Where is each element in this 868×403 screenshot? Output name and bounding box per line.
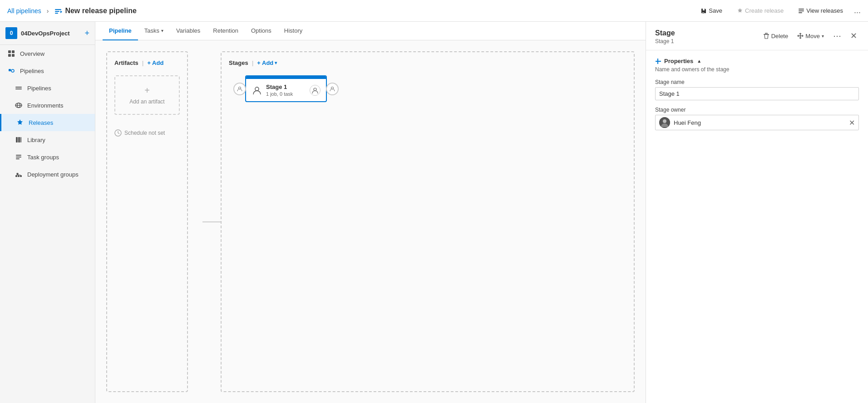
project-header: 0 04DevOpsProject + [0, 22, 95, 45]
stage-card-body: Stage 1 1 job, 0 task [246, 79, 326, 101]
right-panel-more-button[interactable]: ⋯ [831, 29, 843, 43]
svg-rect-28 [20, 175, 22, 177]
add-stage-label: + Add [257, 59, 273, 66]
stage-name-field-group: Stage name [655, 79, 859, 100]
move-label: Move [805, 33, 820, 39]
move-button[interactable]: Move ▾ [795, 31, 826, 41]
view-releases-label: View releases [806, 7, 843, 14]
svg-rect-0 [55, 9, 61, 10]
post-deployment-trigger[interactable] [326, 83, 339, 95]
properties-collapse-icon: ▲ [697, 59, 701, 64]
sidebar-item-task-groups[interactable]: Task groups [0, 148, 95, 166]
svg-rect-7 [799, 10, 804, 11]
svg-rect-13 [9, 69, 11, 71]
more-options-button[interactable]: ... [854, 6, 861, 15]
release-pipeline-icon [54, 7, 62, 15]
svg-rect-27 [18, 175, 20, 177]
environments-icon [15, 101, 23, 109]
sidebar-item-overview[interactable]: Overview [0, 45, 95, 62]
schedule-icon [114, 129, 122, 137]
tab-history-label: History [284, 27, 302, 34]
sidebar-item-pipelines-header[interactable]: Pipelines [0, 62, 95, 79]
library-icon [15, 136, 23, 144]
add-project-icon[interactable]: + [84, 29, 89, 38]
svg-rect-1 [55, 11, 59, 12]
tab-retention[interactable]: Retention [207, 22, 245, 40]
svg-rect-25 [16, 158, 20, 159]
tab-options[interactable]: Options [245, 22, 278, 40]
owner-clear-button[interactable]: ✕ [849, 118, 855, 127]
stage-user-icon[interactable] [310, 85, 321, 96]
breadcrumb-separator: › [47, 7, 49, 15]
right-panel-title: Stage [655, 29, 675, 37]
tab-pipeline[interactable]: Pipeline [103, 22, 138, 40]
add-artifact-button[interactable]: + Add [147, 59, 163, 66]
stage-name-input[interactable] [655, 87, 859, 100]
sidebar-pipelines-label: Pipelines [27, 85, 51, 92]
save-icon [700, 8, 707, 14]
svg-rect-21 [18, 137, 20, 143]
add-artifact-placeholder[interactable]: + Add an artifact [114, 75, 180, 115]
svg-rect-22 [20, 137, 21, 143]
owner-avatar-img [659, 117, 670, 128]
svg-rect-2 [55, 13, 58, 14]
stage-owner-field-group: Stage owner Huei Feng ✕ [655, 107, 859, 130]
artifacts-panel: Artifacts | + Add + Add an artifact Sche… [106, 51, 188, 392]
close-panel-button[interactable]: ✕ [848, 29, 859, 43]
save-button[interactable]: Save [697, 5, 726, 16]
view-releases-button[interactable]: View releases [794, 5, 847, 16]
artifact-plus-icon: + [144, 85, 150, 96]
svg-line-31 [19, 175, 21, 175]
sidebar-task-groups-label: Task groups [27, 154, 59, 161]
artifacts-label: Artifacts [114, 59, 138, 66]
stage-info: Stage 1 1 job, 0 task [266, 84, 306, 97]
tab-history[interactable]: History [278, 22, 309, 40]
svg-line-30 [16, 175, 19, 175]
tab-pipeline-label: Pipeline [109, 27, 132, 34]
project-icon-letter: 0 [10, 30, 13, 36]
add-artifact-label: + Add [147, 59, 163, 66]
delete-button[interactable]: Delete [761, 31, 790, 41]
overview-icon [7, 49, 15, 58]
tabs-bar: Pipeline Tasks ▾ Variables Retention Opt… [95, 22, 646, 40]
stage-name-label: Stage name [655, 79, 859, 85]
stage-card[interactable]: Stage 1 1 job, 0 task [245, 75, 327, 102]
svg-rect-12 [12, 54, 15, 57]
svg-rect-23 [16, 155, 21, 156]
sidebar-item-deployment-groups[interactable]: Deployment groups [0, 166, 95, 183]
sidebar-item-library[interactable]: Library [0, 131, 95, 148]
tab-variables[interactable]: Variables [170, 22, 207, 40]
all-pipelines-link[interactable]: All pipelines [7, 7, 41, 15]
stages-label: Stages [229, 59, 248, 66]
pre-deployment-trigger[interactable] [233, 83, 246, 95]
content-area: Pipeline Tasks ▾ Variables Retention Opt… [95, 22, 646, 403]
right-panel: Stage Stage 1 Delete Move ▾ ⋯ ✕ [646, 22, 868, 403]
sidebar-item-pipelines[interactable]: Pipelines [0, 79, 95, 97]
svg-point-36 [255, 87, 259, 91]
stage-person-icon [252, 85, 262, 96]
artifact-placeholder-text: Add an artifact [129, 98, 164, 105]
svg-rect-6 [799, 9, 804, 10]
sidebar-deployment-groups-label: Deployment groups [27, 171, 79, 178]
artifacts-header: Artifacts | + Add [114, 59, 180, 66]
tab-tasks[interactable]: Tasks ▾ [138, 22, 170, 40]
move-chevron: ▾ [822, 34, 824, 39]
create-release-button[interactable]: Create release [733, 5, 787, 16]
properties-label: Properties [664, 58, 693, 64]
svg-rect-11 [8, 54, 11, 57]
add-stage-button[interactable]: + Add ▾ [257, 59, 277, 66]
sidebar-item-environments[interactable]: Environments [0, 97, 95, 114]
sidebar-overview-label: Overview [20, 50, 44, 57]
task-groups-icon [15, 153, 23, 161]
svg-rect-10 [12, 50, 15, 53]
tab-tasks-label: Tasks [144, 27, 159, 34]
schedule-box[interactable]: Schedule not set [114, 129, 180, 137]
owner-field: Huei Feng ✕ [655, 115, 859, 130]
move-icon [797, 33, 804, 39]
schedule-label: Schedule not set [124, 130, 165, 136]
properties-section-header[interactable]: Properties ▲ [655, 58, 859, 64]
person-trigger-icon [237, 86, 242, 92]
svg-point-5 [703, 11, 704, 12]
stage-name: Stage 1 [266, 84, 306, 90]
sidebar-item-releases[interactable]: Releases [0, 114, 95, 131]
